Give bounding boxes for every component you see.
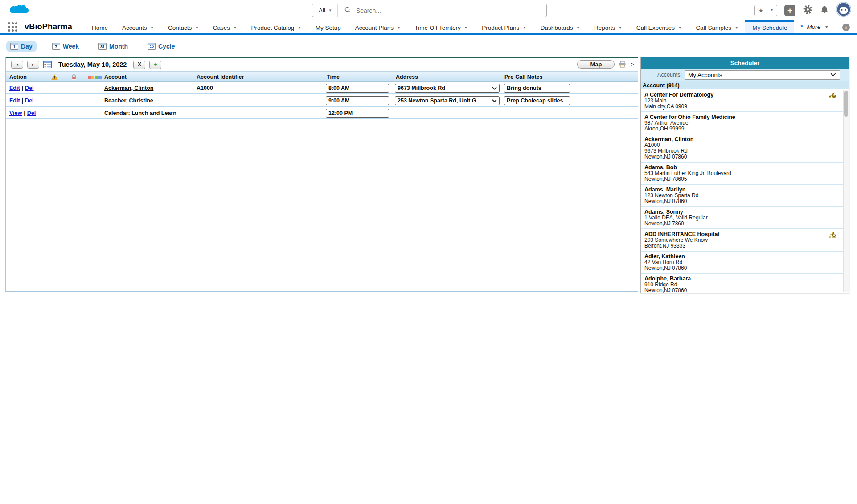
edit-link[interactable]: Edit <box>9 98 20 104</box>
favorites-caret-icon[interactable]: ▼ <box>767 5 777 16</box>
tab-time-off-territory[interactable]: Time Off Territory▼ <box>407 20 475 33</box>
account-name: Adams, Marilyn <box>644 187 836 193</box>
view-cycle-label: Cycle <box>158 43 175 50</box>
my-schedule-page: All ▼ Search... ★ ▼ + <box>0 0 857 504</box>
previous-day-button[interactable]: ◄ <box>11 61 23 69</box>
expand-arrow[interactable]: > <box>631 61 634 68</box>
hierarchy-icon[interactable] <box>829 92 836 100</box>
view-cycle-button[interactable]: Cycle <box>144 41 179 52</box>
user-avatar[interactable] <box>836 2 851 19</box>
view-day-button[interactable]: 1 Day <box>6 41 37 52</box>
chevron-down-icon: ▼ <box>619 26 622 30</box>
tab-dashboards[interactable]: Dashboards▼ <box>533 20 587 33</box>
scrollbar-thumb[interactable] <box>844 91 848 117</box>
account-list-item[interactable]: Adler, Kathleen42 Van Horn RdNewton,NJ 0… <box>641 252 849 274</box>
search-input[interactable]: Search... <box>356 7 381 14</box>
time-input[interactable] <box>326 84 389 93</box>
hierarchy-icon[interactable] <box>829 232 836 240</box>
tab-label: Call Expenses <box>636 24 675 31</box>
tab-product-plans[interactable]: Product Plans▼ <box>475 20 533 33</box>
chevron-down-icon: ▼ <box>397 26 400 30</box>
address-select[interactable]: 253 Newton Sparta Rd, Unit G <box>395 96 500 105</box>
chevron-down-icon: ▼ <box>678 26 681 30</box>
del-link[interactable]: Del <box>25 98 33 104</box>
schedule-table-header: Action Account Account Identifier Time A… <box>6 71 638 82</box>
chevron-down-icon: ▼ <box>735 26 738 30</box>
address-select-value: 253 Newton Sparta Rd, Unit G <box>398 98 476 104</box>
account-name: A Center For Dermatology <box>644 92 836 98</box>
date-picker-icon[interactable] <box>43 61 52 68</box>
account-list-item[interactable]: A Center For Dermatology123 MainMain cit… <box>641 90 849 112</box>
sidebar-scrollbar[interactable] <box>843 90 849 292</box>
schedule-rows: Edit | DelAckerman, ClintonA10009673 Mil… <box>6 82 638 119</box>
tab-product-catalog[interactable]: Product Catalog▼ <box>244 20 308 33</box>
day-schedule-panel: ◄ ► Tuesday, May 10, 2022 X + Map > Acti… <box>5 57 638 292</box>
tab-label: Product Catalog <box>251 24 294 31</box>
account-list-item[interactable]: ADD INHERITANCE Hospital203 Somewhere We… <box>641 229 849 252</box>
print-icon[interactable] <box>619 61 626 68</box>
view-link[interactable]: View <box>9 110 22 116</box>
edit-link[interactable]: Edit <box>9 85 20 91</box>
map-button[interactable]: Map <box>577 60 615 69</box>
accounts-select[interactable]: My Accounts <box>685 70 840 80</box>
day-calendar-icon: 1 <box>10 43 18 50</box>
pre-call-notes-input[interactable] <box>504 96 570 105</box>
info-icon[interactable]: i <box>842 24 850 31</box>
current-date-label: Tuesday, May 10, 2022 <box>58 61 127 68</box>
account-address-line: Newton,NJ 07860 <box>644 265 836 271</box>
tab-home[interactable]: Home <box>85 20 115 33</box>
view-month-button[interactable]: 31 Month <box>94 41 132 52</box>
del-link[interactable]: Del <box>27 110 36 116</box>
account-link[interactable]: Ackerman, Clinton <box>104 82 153 94</box>
column-account: Account <box>104 72 127 82</box>
tab-call-samples[interactable]: Call Samples▼ <box>689 20 745 33</box>
account-list-item[interactable]: Adolphe, Barbara910 Ridge RdNewton,NJ 07… <box>641 274 849 293</box>
tab-reports[interactable]: Reports▼ <box>587 20 629 33</box>
account-list-item[interactable]: Adams, Bob543 Martin Luther King Jr. Bou… <box>641 163 849 185</box>
global-add-icon[interactable]: + <box>784 5 795 16</box>
account-link[interactable]: Beacher, Christine <box>104 94 153 107</box>
tab-accounts[interactable]: Accounts▼ <box>115 20 161 33</box>
tab-call-expenses[interactable]: Call Expenses▼ <box>629 20 689 33</box>
app-launcher-icon[interactable] <box>8 22 17 32</box>
address-select[interactable]: 9673 Millbrook Rd <box>395 84 500 93</box>
account-list-item[interactable]: Ackerman, ClintonA10009673 Millbrook RdN… <box>641 134 849 163</box>
tab-label: Account Plans <box>355 24 394 31</box>
column-address: Address <box>396 72 418 82</box>
account-name: ADD INHERITANCE Hospital <box>644 231 836 237</box>
setup-gear-icon[interactable] <box>803 4 813 16</box>
more-label: More <box>807 24 820 30</box>
time-input[interactable] <box>326 109 389 118</box>
favorites-star-icon[interactable]: ★ <box>755 5 767 16</box>
favorites-button-group[interactable]: ★ ▼ <box>754 5 777 16</box>
global-search[interactable]: All ▼ Search... <box>312 4 547 17</box>
del-link[interactable]: Del <box>25 85 33 91</box>
week-calendar-icon: 7 <box>52 43 60 50</box>
add-event-button[interactable]: + <box>149 61 161 69</box>
schedule-row: Edit | DelAckerman, ClintonA10009673 Mil… <box>6 82 638 94</box>
tab-contacts[interactable]: Contacts▼ <box>161 20 206 33</box>
next-day-button[interactable]: ► <box>27 61 39 69</box>
tab-cases[interactable]: Cases▼ <box>206 20 244 33</box>
column-pre-call-notes: Pre-Call Notes <box>504 72 542 82</box>
account-list-item[interactable]: A Center for Ohio Family Medicine987 Art… <box>641 112 849 134</box>
account-address-line: Main city,CA 0909 <box>644 104 836 110</box>
notifications-bell-icon[interactable] <box>820 5 829 16</box>
search-scope-dropdown[interactable]: All ▼ <box>312 4 338 17</box>
clear-day-button[interactable]: X <box>133 61 145 69</box>
tab-more[interactable]: * More ▼ <box>794 20 835 33</box>
column-account-identifier: Account Identifier <box>197 72 244 82</box>
pre-call-notes-input[interactable] <box>504 84 570 93</box>
account-list-item[interactable]: Adams, Marilyn123 Newton Sparta RdNewton… <box>641 185 849 207</box>
view-week-label: Week <box>63 43 79 50</box>
schedule-row: View | DelCalendar: Lunch and Learn <box>6 107 638 119</box>
view-week-button[interactable]: 7 Week <box>48 41 83 52</box>
schedule-row: Edit | DelBeacher, Christine253 Newton S… <box>6 94 638 107</box>
account-list-item[interactable]: Adams, Sonny1 Valid DEA, Valid RegularNe… <box>641 207 849 229</box>
account-address-line: Belfont,NJ 93333 <box>644 243 836 249</box>
column-action: Action <box>9 72 27 82</box>
tab-account-plans[interactable]: Account Plans▼ <box>348 20 408 33</box>
time-input[interactable] <box>326 96 389 105</box>
tab-my-setup[interactable]: My Setup <box>308 20 348 33</box>
tab-my-schedule[interactable]: My Schedule <box>745 20 794 33</box>
